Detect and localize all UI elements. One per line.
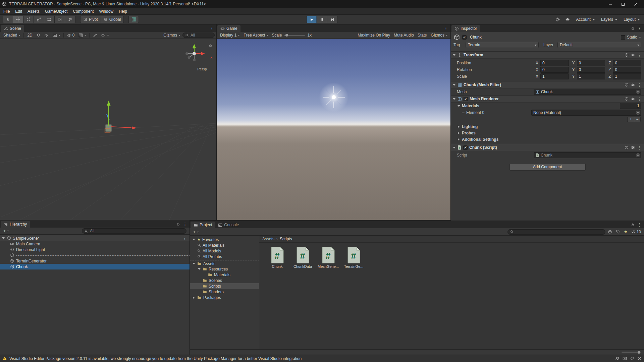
scale-tool-button[interactable] (34, 16, 44, 23)
object-picker-icon[interactable] (636, 90, 640, 94)
game-menu-icon[interactable]: ⋮ (444, 26, 448, 31)
maximize-button[interactable] (616, 0, 629, 8)
search-by-type-button[interactable] (606, 229, 613, 235)
menu-assets[interactable]: Assets (25, 8, 42, 14)
scene-gizmos-dropdown[interactable]: Gizmos (162, 33, 181, 38)
object-name-field[interactable]: Chunk (469, 34, 619, 40)
hierarchy-item-terrain-generator[interactable]: TerrainGenerator (0, 258, 190, 264)
inspector-lock-icon[interactable] (631, 26, 635, 30)
2d-toggle[interactable]: 2D (26, 33, 34, 38)
remove-material-button[interactable]: − (634, 117, 641, 122)
tab-scene[interactable]: Scene (1, 25, 24, 32)
help-icon[interactable] (625, 83, 629, 87)
project-menu-icon[interactable]: ⋮ (637, 222, 642, 227)
scene-lighting-toggle[interactable] (35, 33, 42, 38)
scene-camera-dropdown[interactable] (100, 33, 110, 38)
gizmo-y-axis-label[interactable]: y (193, 45, 195, 49)
mesh-filter-menu-icon[interactable]: ⋮ (637, 82, 642, 87)
menu-component[interactable]: Component (70, 8, 96, 14)
scene-root-row[interactable]: SampleScene* ⋮ (0, 235, 190, 241)
help-icon[interactable] (625, 145, 629, 149)
hierarchy-menu-icon[interactable]: ⋮ (183, 222, 187, 227)
materials-count-field[interactable]: 1 (620, 103, 641, 109)
icon-size-thumb[interactable] (638, 351, 640, 354)
menu-gameobject[interactable]: GameObject (42, 8, 70, 14)
cache-refresh-icon[interactable] (630, 356, 634, 361)
tab-hierarchy[interactable]: Hierarchy (1, 221, 30, 228)
breadcrumb-scripts[interactable]: Scripts (280, 237, 292, 241)
script-menu-icon[interactable]: ⋮ (637, 145, 642, 150)
step-button[interactable] (327, 16, 338, 23)
mesh-filter-foldout-icon[interactable] (452, 84, 456, 86)
display-dropdown[interactable]: Display 1 (218, 33, 241, 38)
assets-root-row[interactable]: Assets (190, 260, 259, 266)
asset-chunkdata-script[interactable]: # ChunkData (293, 247, 313, 268)
save-search-button[interactable]: ★ (623, 229, 629, 235)
transform-foldout-icon[interactable] (452, 54, 456, 56)
mute-audio-toggle[interactable]: Mute Audio (392, 33, 415, 38)
assets-foldout-icon[interactable] (192, 263, 196, 264)
transform-gizmo[interactable] (101, 97, 151, 140)
play-button[interactable] (307, 16, 317, 23)
rect-tool-button[interactable] (44, 16, 55, 23)
script-object-field[interactable]: # Chunk (534, 152, 641, 158)
shading-mode-dropdown[interactable]: Shaded (2, 33, 21, 38)
additional-settings-foldout[interactable]: Additional Settings (451, 136, 644, 142)
activity-indicator-icon[interactable] (637, 356, 642, 361)
scale-x-field[interactable]: 1 (540, 73, 569, 79)
menu-window[interactable]: Window (96, 8, 116, 14)
script-component-header[interactable]: # Chunk (Script) ⋮ (451, 144, 644, 151)
layer-dropdown[interactable]: Default (557, 42, 641, 48)
grid-snapping-button[interactable] (128, 16, 139, 23)
material-object-field[interactable]: None (Material) (531, 110, 641, 116)
menu-file[interactable]: File (1, 8, 12, 14)
hierarchy-lock-icon[interactable] (176, 222, 180, 226)
scene-viewport[interactable]: y x Persp (0, 39, 216, 220)
add-component-button[interactable]: Add Component (509, 163, 586, 171)
projection-mode-label[interactable]: Persp (197, 67, 207, 71)
rotate-tool-button[interactable] (23, 16, 34, 23)
favorite-all-materials[interactable]: All Materials (190, 242, 259, 248)
console-message-icon[interactable] (623, 356, 627, 361)
stats-toggle[interactable]: Stats (416, 33, 428, 38)
scene-menu-icon[interactable]: ⋮ (210, 26, 214, 31)
project-search-input[interactable] (507, 229, 605, 235)
gameobject-cube-icon[interactable] (453, 34, 460, 41)
game-viewport[interactable] (217, 39, 450, 220)
hierarchy-item-chunk[interactable]: Chunk (0, 264, 190, 269)
presets-icon[interactable] (631, 97, 635, 101)
tag-dropdown[interactable]: Terrain (466, 42, 539, 48)
help-icon[interactable] (625, 97, 629, 101)
collab-icon[interactable] (615, 356, 620, 361)
materials-foldout-icon[interactable] (457, 105, 461, 107)
scene-search-input[interactable]: All (182, 33, 215, 38)
hierarchy-search-input[interactable]: All (82, 228, 186, 234)
packages-root-row[interactable]: Packages (190, 295, 259, 300)
search-by-label-button[interactable] (614, 229, 622, 235)
rotation-x-field[interactable]: 0 (540, 67, 569, 73)
lighting-foldout-icon[interactable] (457, 125, 461, 128)
script-foldout-icon[interactable] (452, 147, 456, 148)
additional-settings-foldout-icon[interactable] (457, 138, 461, 141)
scale-y-field[interactable]: 1 (577, 73, 605, 79)
favorites-root-row[interactable]: ★ Favorites (190, 237, 259, 242)
static-checkbox[interactable] (621, 35, 625, 40)
object-picker-icon[interactable] (636, 153, 640, 157)
script-enabled-checkbox[interactable] (463, 145, 468, 150)
packages-foldout-icon[interactable] (192, 296, 196, 299)
folder-materials[interactable]: Materials (190, 272, 259, 278)
presets-icon[interactable] (631, 83, 635, 87)
presets-icon[interactable] (631, 53, 635, 57)
folder-resources[interactable]: Resources (190, 266, 259, 272)
hierarchy-item-directional-light[interactable]: Directional Light (0, 247, 190, 252)
transform-menu-icon[interactable]: ⋮ (637, 53, 642, 58)
hierarchy-add-button[interactable]: + (2, 228, 10, 234)
close-button[interactable] (629, 0, 642, 8)
game-scale-slider[interactable] (284, 35, 305, 36)
active-checkbox[interactable] (462, 35, 467, 40)
hidden-packages-button[interactable]: 10 (630, 229, 642, 235)
project-add-button[interactable]: + (192, 229, 200, 235)
scene-orientation-gizmo[interactable] (179, 41, 212, 67)
asset-chunk-script[interactable]: # Chunk (267, 247, 287, 268)
tab-console[interactable]: Console (215, 222, 242, 228)
